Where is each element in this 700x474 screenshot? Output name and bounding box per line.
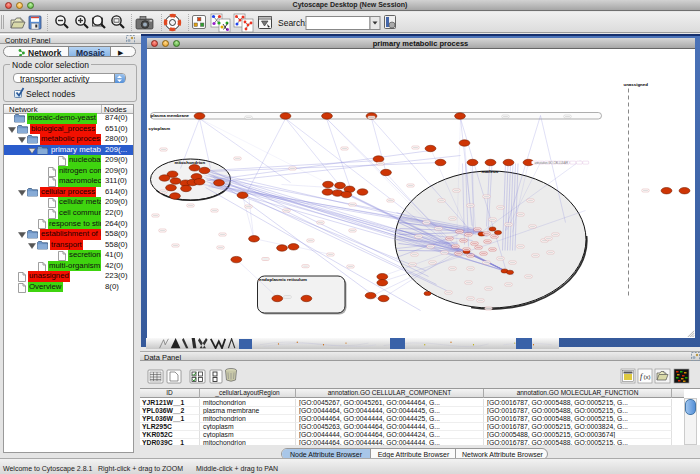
svg-text:unassigned: unassigned bbox=[623, 81, 648, 86]
svg-text:cytoplasm: cytoplasm bbox=[148, 126, 170, 131]
svg-text:nucleus: nucleus bbox=[481, 169, 498, 174]
svg-text:plasma membrane: plasma membrane bbox=[150, 113, 189, 118]
svg-text:annotation.GO.CELLULAR: annotation.GO.CELLULAR bbox=[534, 161, 567, 165]
svg-text:Search:: Search: bbox=[278, 18, 307, 28]
svg-text:(x): (x) bbox=[644, 374, 651, 380]
svg-text:mitochondrion: mitochondrion bbox=[174, 160, 205, 165]
svg-text:endoplasmic reticulum: endoplasmic reticulum bbox=[259, 276, 307, 281]
